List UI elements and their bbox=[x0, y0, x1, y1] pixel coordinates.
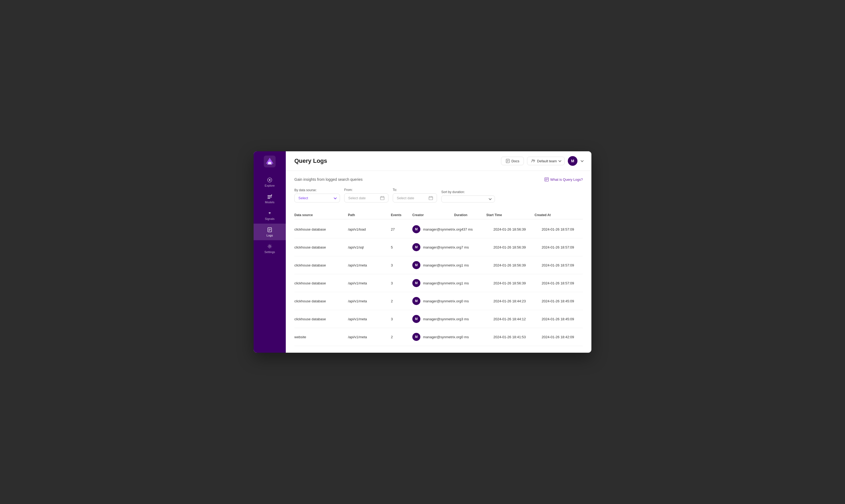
what-is-label: What is Query Logs? bbox=[550, 178, 583, 182]
cell-start-time: 2024-01-26 18:41:53 bbox=[494, 335, 542, 339]
sidebar-item-settings[interactable]: Settings bbox=[254, 240, 286, 257]
cell-start-time: 2024-01-26 18:56:39 bbox=[494, 245, 542, 249]
sort-label: Sort by duration: bbox=[441, 190, 495, 194]
data-source-select[interactable]: Select bbox=[294, 194, 340, 202]
table-body: clickhouse database /api/v1/load 27 M ma… bbox=[294, 220, 583, 346]
models-label: Models bbox=[265, 201, 274, 204]
cell-creator: M manager@synmetrix.org bbox=[412, 279, 461, 287]
cell-events: 2 bbox=[391, 335, 412, 339]
svg-rect-27 bbox=[380, 197, 384, 200]
cell-creator: M manager@synmetrix.org bbox=[412, 261, 461, 269]
models-icon bbox=[267, 194, 273, 199]
creator-email: manager@synmetrix.org bbox=[423, 335, 461, 339]
docs-button[interactable]: Docs bbox=[501, 157, 524, 165]
header-actions: Docs Default team M bbox=[501, 156, 583, 166]
from-label: From: bbox=[344, 188, 389, 192]
cell-data-source: clickhouse database bbox=[294, 227, 348, 231]
sort-chevron-icon bbox=[489, 197, 492, 200]
app-window: Explore Models ! bbox=[254, 151, 591, 353]
cell-duration: 1 ms bbox=[461, 263, 494, 267]
user-avatar[interactable]: M bbox=[568, 156, 577, 166]
table-row[interactable]: clickhouse database /api/v1/meta 3 M man… bbox=[294, 256, 583, 274]
explore-icon bbox=[267, 177, 273, 183]
creator-email: manager@synmetrix.org bbox=[423, 317, 461, 321]
signals-label: Signals bbox=[265, 217, 275, 220]
cell-start-time: 2024-01-26 18:44:23 bbox=[494, 299, 542, 303]
sidebar-item-explore[interactable]: Explore bbox=[254, 174, 286, 191]
cell-duration: 1 ms bbox=[461, 281, 494, 285]
cell-start-time: 2024-01-26 18:44:12 bbox=[494, 317, 542, 321]
cell-creator: M manager@synmetrix.org bbox=[412, 225, 461, 233]
to-label: To: bbox=[393, 188, 437, 192]
to-date-picker[interactable]: Select date bbox=[393, 193, 437, 202]
sidebar-item-signals[interactable]: ! Signals bbox=[254, 207, 286, 223]
data-source-chevron-icon bbox=[334, 196, 337, 199]
cell-created-at: 2024-01-26 18:42:09 bbox=[542, 335, 590, 339]
sort-filter: Sort by duration: bbox=[441, 190, 495, 202]
explore-label: Explore bbox=[264, 184, 275, 187]
col-events: Events bbox=[391, 213, 412, 217]
table-row[interactable]: website /api/v1/meta 2 M manager@synmetr… bbox=[294, 328, 583, 346]
table-row[interactable]: clickhouse database /api/v1/meta 3 M man… bbox=[294, 274, 583, 292]
cell-data-source: clickhouse database bbox=[294, 299, 348, 303]
creator-avatar: M bbox=[412, 333, 420, 341]
sidebar-item-models[interactable]: Models bbox=[254, 191, 286, 207]
cell-data-source: clickhouse database bbox=[294, 281, 348, 285]
cell-data-source: clickhouse database bbox=[294, 317, 348, 321]
table-row[interactable]: clickhouse database /api/v1/sql 5 M mana… bbox=[294, 238, 583, 256]
creator-email: manager@synmetrix.org bbox=[423, 227, 461, 231]
main-content: Query Logs Docs bbox=[286, 151, 591, 353]
col-duration: Duration bbox=[454, 213, 486, 217]
cell-creator: M manager@synmetrix.org bbox=[412, 333, 461, 341]
cell-created-at: 2024-01-26 18:45:09 bbox=[542, 317, 590, 321]
cell-path: /api/v1/meta bbox=[348, 317, 391, 321]
table-row[interactable]: clickhouse database /api/v1/load 27 M ma… bbox=[294, 220, 583, 238]
cell-events: 3 bbox=[391, 281, 412, 285]
sort-select[interactable] bbox=[441, 196, 495, 202]
cell-duration: 0 ms bbox=[461, 299, 494, 303]
svg-rect-6 bbox=[268, 195, 272, 196]
data-source-value: Select bbox=[298, 196, 308, 200]
team-icon bbox=[531, 159, 535, 163]
from-date-picker[interactable]: Select date bbox=[344, 193, 389, 202]
logs-table: Data source Path Events Creator Duration… bbox=[294, 211, 583, 346]
svg-point-21 bbox=[532, 160, 534, 161]
cell-duration: 437 ms bbox=[461, 227, 494, 231]
cell-start-time: 2024-01-26 18:56:39 bbox=[494, 281, 542, 285]
signals-icon: ! bbox=[267, 210, 273, 216]
team-chevron-icon bbox=[558, 159, 562, 162]
creator-avatar: M bbox=[412, 261, 420, 269]
to-calendar-icon bbox=[429, 196, 433, 200]
creator-avatar: M bbox=[412, 279, 420, 287]
team-button[interactable]: Default team bbox=[527, 157, 565, 165]
sidebar-item-logs[interactable]: Logs bbox=[254, 223, 286, 240]
cell-data-source: clickhouse database bbox=[294, 263, 348, 267]
what-is-link[interactable]: What is Query Logs? bbox=[545, 177, 583, 182]
creator-email: manager@synmetrix.org bbox=[423, 245, 461, 249]
col-start-time: Start Time bbox=[486, 213, 535, 217]
creator-avatar: M bbox=[412, 297, 420, 305]
svg-rect-31 bbox=[429, 197, 433, 200]
cell-duration: 3 ms bbox=[461, 317, 494, 321]
cell-path: /api/v1/load bbox=[348, 227, 391, 231]
data-source-filter: By data sourse: Select bbox=[294, 188, 340, 202]
cell-events: 3 bbox=[391, 263, 412, 267]
logs-icon bbox=[267, 227, 273, 233]
docs-icon bbox=[505, 159, 510, 163]
from-filter: From: Select date bbox=[344, 188, 389, 202]
header: Query Logs Docs bbox=[286, 151, 591, 171]
to-filter: To: Select date bbox=[393, 188, 437, 202]
svg-point-22 bbox=[534, 160, 535, 161]
settings-icon bbox=[267, 244, 273, 249]
content-area: Gain insights from logged search queries… bbox=[286, 171, 591, 353]
sidebar: Explore Models ! bbox=[254, 151, 286, 353]
table-row[interactable]: clickhouse database /api/v1/meta 2 M man… bbox=[294, 292, 583, 310]
cell-data-source: website bbox=[294, 335, 348, 339]
creator-avatar: M bbox=[412, 225, 420, 233]
content-subtitle: Gain insights from logged search queries bbox=[294, 177, 362, 182]
cell-path: /api/v1/meta bbox=[348, 299, 391, 303]
table-row[interactable]: clickhouse database /api/v1/meta 3 M man… bbox=[294, 310, 583, 328]
cell-path: /api/v1/meta bbox=[348, 335, 391, 339]
svg-point-9 bbox=[271, 194, 272, 196]
cell-created-at: 2024-01-26 18:45:09 bbox=[542, 299, 590, 303]
